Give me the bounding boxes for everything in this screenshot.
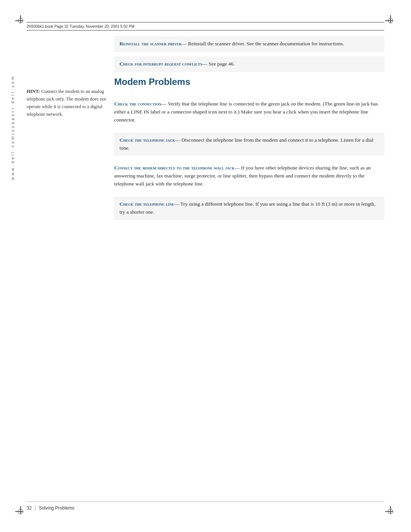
section-title: Modem Problems	[114, 77, 384, 87]
header-text: 2H930bk1.book Page 32 Tuesday, November …	[27, 24, 134, 29]
footer-page-number: 32	[27, 505, 32, 511]
hint-block: HINT: Connect the modem to an analog tel…	[27, 88, 107, 118]
check-connection-label: Check the connection	[114, 101, 161, 107]
page-footer: 32 | Solving Problems	[27, 502, 384, 511]
check-connection-block: Check the connection— Verify that the te…	[114, 96, 384, 128]
connect-modem-directly-label: Connect the modem directly to the teleph…	[114, 165, 234, 171]
reinstall-scanner-label: Reinstall the scanner driver	[119, 41, 182, 46]
reinstall-scanner-block: Reinstall the scanner driver— Reinstall …	[114, 36, 384, 52]
main-content: Reinstall the scanner driver— Reinstall …	[114, 36, 384, 494]
check-telephone-jack-block: Check the telephone jack— Disconnect the…	[114, 133, 384, 156]
check-interrupt-block: Check for interrupt request conflicts— S…	[114, 56, 384, 72]
check-interrupt-label: Check for interrupt request conflicts	[119, 61, 202, 67]
corner-mark-top-left	[15, 15, 26, 26]
corner-mark-bottom-right	[385, 506, 396, 517]
connect-modem-directly-block: Connect the modem directly to the teleph…	[114, 160, 384, 192]
check-interrupt-dash: — See page 46.	[202, 61, 234, 67]
check-telephone-jack-label: Check the telephone jack	[119, 137, 175, 143]
reinstall-scanner-dash: — Reinstall the scanner driver. See the …	[182, 41, 344, 46]
footer-separator: |	[35, 505, 36, 511]
corner-mark-bottom-left	[15, 506, 26, 517]
hint-label: HINT:	[27, 89, 40, 94]
check-telephone-line-block: Check the telephone line— Try using a di…	[114, 197, 384, 220]
footer-section: Solving Problems	[39, 505, 74, 511]
corner-mark-top-right	[385, 15, 396, 26]
check-telephone-line-label: Check the telephone line	[119, 201, 174, 207]
header-bar: 2H930bk1.book Page 32 Tuesday, November …	[27, 22, 384, 30]
sidebar-watermark: w w w . d e l l . c o m | s u p p o r t …	[11, 76, 15, 180]
